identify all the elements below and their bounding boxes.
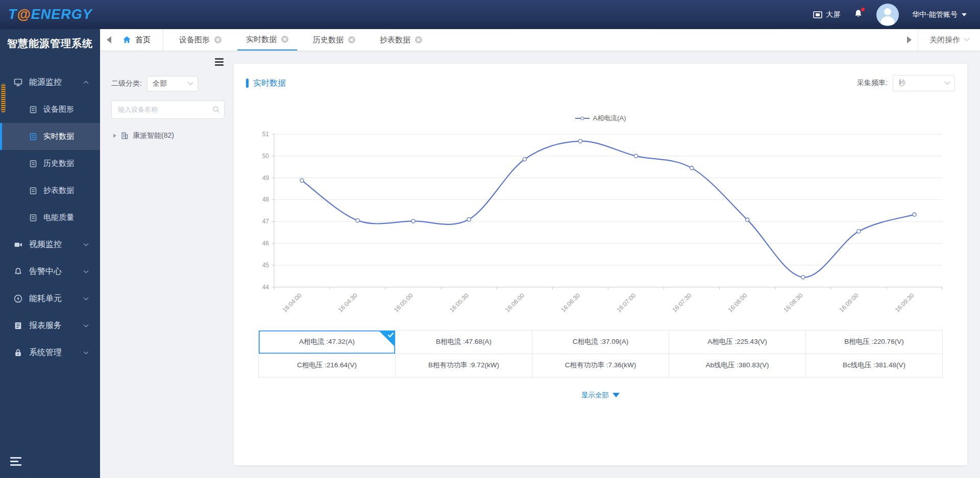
- tab-realtime-data[interactable]: 实时数据: [237, 29, 297, 51]
- account-menu[interactable]: 华中-能管账号: [912, 10, 967, 19]
- check-icon: [387, 332, 394, 338]
- tab-label: 实时数据: [246, 35, 277, 44]
- sidebar-collapse-icon[interactable]: [10, 457, 21, 466]
- tab-label: 抄表数据: [380, 35, 410, 45]
- chevron-down-icon: [83, 243, 89, 246]
- system-title: 智慧能源管理系统: [0, 37, 100, 51]
- tab-meter-data[interactable]: 抄表数据: [371, 29, 431, 51]
- metric-cell-phase-c-current[interactable]: C相电流 :37.09(A): [532, 330, 669, 354]
- tab-history-data[interactable]: 历史数据: [304, 29, 364, 51]
- metrics-table: A相电流 :47.32(A) B相电流 :47.68(A) C相电流 :37.0…: [258, 330, 943, 378]
- close-operations-label: 关闭操作: [929, 35, 960, 45]
- close-icon[interactable]: [348, 36, 355, 43]
- metric-cell-bc-line-voltage[interactable]: Bc线电压 :381.48(V): [806, 354, 943, 377]
- close-icon[interactable]: [281, 36, 288, 43]
- sidebar-item-energy-unit[interactable]: 能耗单元: [0, 285, 100, 312]
- sidebar-item-alarm-center[interactable]: 告警中心: [0, 258, 100, 285]
- metric-cell-ab-line-voltage[interactable]: Ab线电压 :380.83(V): [669, 354, 806, 377]
- metric-cell-phase-b-current[interactable]: B相电流 :47.68(A): [396, 330, 532, 354]
- app-root: T@ENERGY 大屏 华中-能管账号 智慧能源管理系统: [0, 0, 980, 478]
- triangle-down-icon: [612, 393, 620, 397]
- tree-node-label: 康派智能(82): [133, 131, 174, 140]
- tab-home[interactable]: 首页: [117, 29, 163, 51]
- frequency-select[interactable]: 秒: [893, 75, 955, 91]
- chart-legend[interactable]: A相电流(A): [246, 114, 955, 123]
- chevron-down-icon: [83, 270, 89, 273]
- tabs-scroll-right-button[interactable]: [900, 29, 918, 51]
- svg-text:16:06:30: 16:06:30: [559, 292, 581, 314]
- svg-text:48: 48: [262, 196, 270, 203]
- metric-cell-phase-a-current[interactable]: A相电流 :47.32(A): [259, 330, 396, 354]
- sidebar-item-video-monitor[interactable]: 视频监控: [0, 231, 100, 258]
- arrow-left-icon: [107, 36, 111, 43]
- metric-cell-phase-b-power[interactable]: B相有功功率 :9.72(kW): [396, 354, 532, 377]
- alarm-icon: [14, 267, 22, 276]
- panel-collapse-icon[interactable]: [215, 58, 224, 66]
- tab-label: 设备图形: [179, 35, 210, 45]
- sidebar-item-history-data[interactable]: 历史数据: [0, 150, 100, 177]
- tab-label: 首页: [135, 35, 151, 45]
- tab-device-graphics[interactable]: 设备图形: [170, 29, 230, 51]
- energy-monitor-icon: [14, 78, 22, 87]
- metric-cell-phase-c-power[interactable]: C相有功功率 :7.36(kW): [532, 354, 669, 377]
- sidebar-item-system-management[interactable]: 系统管理: [0, 339, 100, 366]
- big-screen-label: 大屏: [826, 10, 840, 19]
- big-screen-button[interactable]: 大屏: [813, 10, 840, 19]
- svg-text:49: 49: [262, 174, 270, 182]
- close-operations-dropdown[interactable]: 关闭操作: [918, 29, 980, 51]
- svg-text:16:05:00: 16:05:00: [393, 292, 414, 314]
- svg-text:16:05:30: 16:05:30: [448, 292, 470, 314]
- tree-node-kangpai[interactable]: 康派智能(82): [111, 131, 224, 140]
- svg-text:16:09:00: 16:09:00: [838, 292, 860, 314]
- notifications-button[interactable]: [853, 9, 863, 21]
- sidebar-item-energy-monitor[interactable]: 能源监控: [0, 69, 100, 96]
- show-all-toggle[interactable]: 显示全部: [246, 391, 955, 400]
- sidebar-item-device-graphics[interactable]: 设备图形: [0, 96, 100, 123]
- sidebar-item-power-quality[interactable]: 电能质量: [0, 204, 100, 231]
- category-select-value: 全部: [153, 79, 167, 88]
- svg-text:46: 46: [262, 240, 270, 247]
- sidebar-item-meter-data[interactable]: 抄表数据: [0, 177, 100, 204]
- tree-expand-icon[interactable]: [113, 134, 116, 138]
- svg-text:50: 50: [262, 153, 270, 160]
- topbar-actions: 大屏 华中-能管账号: [813, 4, 967, 26]
- metric-cell-phase-a-voltage[interactable]: A相电压 :225.43(V): [669, 330, 806, 354]
- tabs-scroll-left-button[interactable]: [100, 29, 117, 51]
- page-title: 实时数据: [253, 78, 286, 89]
- device-search-input[interactable]: [111, 100, 225, 119]
- chevron-down-icon: [962, 13, 967, 16]
- notification-badge: [861, 8, 865, 11]
- metric-cell-phase-c-voltage[interactable]: C相电压 :216.64(V): [259, 354, 396, 377]
- chevron-down-icon: [83, 297, 89, 300]
- logo-text: T: [8, 7, 17, 22]
- sidebar-item-label: 视频监控: [29, 239, 62, 250]
- sidebar-item-realtime-data[interactable]: 实时数据: [0, 123, 100, 150]
- avatar[interactable]: [876, 4, 899, 26]
- svg-text:16:08:00: 16:08:00: [726, 292, 748, 314]
- close-icon[interactable]: [415, 36, 422, 43]
- metric-cell-phase-b-voltage[interactable]: B相电压 :220.76(V): [806, 330, 943, 354]
- sidebar-item-label: 报表服务: [29, 320, 62, 331]
- realtime-data-card: 实时数据 采集频率: 秒 A相电流(A): [234, 64, 967, 465]
- brand-logo: T@ENERGY: [8, 7, 92, 22]
- logo-at-icon: @: [17, 7, 31, 22]
- svg-text:51: 51: [262, 131, 270, 138]
- top-header: T@ENERGY 大屏 华中-能管账号: [0, 0, 980, 29]
- table-row: A相电流 :47.32(A) B相电流 :47.68(A) C相电流 :37.0…: [259, 330, 943, 354]
- selected-corner: [379, 331, 395, 347]
- line-chart[interactable]: 444546474849505116:04:0016:04:3016:05:00…: [246, 125, 955, 325]
- show-all-label: 显示全部: [581, 391, 609, 400]
- document-icon: [29, 214, 37, 222]
- energy-unit-icon: [14, 294, 22, 303]
- chevron-down-icon: [83, 324, 89, 328]
- close-icon[interactable]: [214, 36, 222, 43]
- svg-text:16:04:00: 16:04:00: [281, 292, 303, 314]
- account-name: 华中-能管账号: [912, 10, 958, 19]
- category-label: 二级分类:: [111, 79, 142, 88]
- sidebar-item-report-service[interactable]: 报表服务: [0, 312, 100, 339]
- legend-label: A相电流(A): [593, 114, 626, 123]
- report-icon: [14, 321, 22, 330]
- device-search: [111, 100, 225, 119]
- category-select[interactable]: 全部: [147, 76, 198, 91]
- chevron-down-icon: [187, 79, 193, 85]
